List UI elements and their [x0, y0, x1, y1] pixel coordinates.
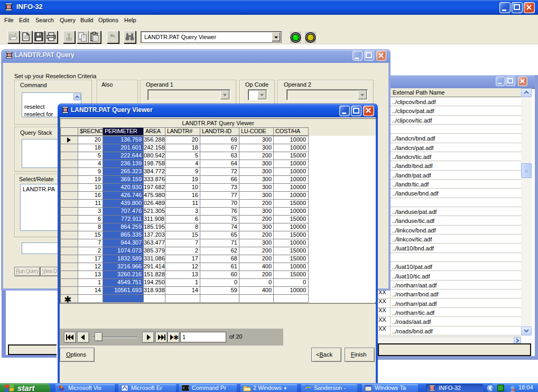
svg-text:✱: ✱ [173, 334, 179, 341]
svg-text:C:\: C:\ [183, 386, 189, 390]
